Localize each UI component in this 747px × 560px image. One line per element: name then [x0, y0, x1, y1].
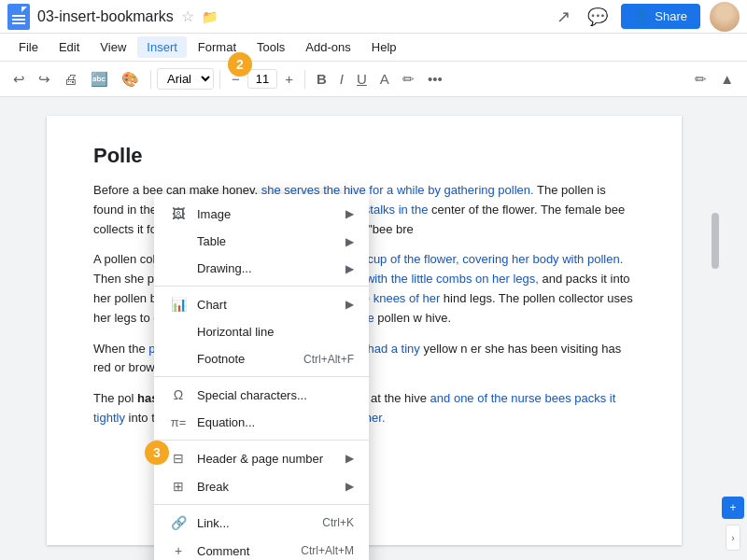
italic-button[interactable]: I — [334, 67, 349, 91]
menu-item-image-label: Image — [197, 207, 345, 221]
menu-item-header[interactable]: ⊟ Header & page number ▶ — [154, 444, 369, 472]
header-icon: ⊟ — [169, 451, 188, 466]
toolbar-separator-1 — [150, 70, 151, 89]
equation-icon: π= — [169, 415, 188, 429]
menu-item-drawing-label: Drawing... — [197, 261, 345, 275]
image-icon: 🖼 — [169, 206, 188, 221]
comment-icon: + — [169, 543, 188, 558]
scrollbar-thumb[interactable] — [712, 213, 719, 269]
menu-item-horizontal-line[interactable]: Horizontal line — [154, 318, 369, 345]
title-bar: 03-insert-bookmarks ☆ 📁 ↗ 💬 👤 Share — [0, 0, 747, 34]
menu-item-image[interactable]: 🖼 Image ▶ — [154, 200, 369, 228]
main-area: Polle Before a bee can make honey, she s… — [0, 97, 747, 560]
break-submenu-arrow: ▶ — [345, 480, 354, 493]
right-sidebar: + › — [719, 97, 747, 560]
avatar-inner — [710, 2, 740, 32]
menu-item-horizontal-line-label: Horizontal line — [197, 325, 354, 339]
menu-item-special-characters[interactable]: Ω Special characters... — [154, 381, 369, 409]
menu-item-comment-label: Comment — [197, 544, 301, 558]
left-sidebar — [0, 97, 28, 560]
doc-icon — [7, 4, 30, 30]
folder-icon[interactable]: 📁 — [202, 9, 218, 24]
star-icon[interactable]: ☆ — [181, 7, 194, 25]
collapse-toolbar-button[interactable]: ▲ — [714, 67, 740, 91]
doc-lines — [12, 15, 25, 24]
menu-help[interactable]: Help — [362, 36, 406, 58]
menu-insert[interactable]: Insert — [137, 36, 187, 58]
title-bar-right: ↗ 💬 👤 Share — [553, 2, 740, 32]
menu-item-footnote-label: Footnote — [197, 352, 303, 366]
scrollbar-track — [712, 194, 719, 530]
separator-2 — [154, 376, 369, 377]
print-button[interactable]: 🖨 — [58, 67, 83, 91]
menu-item-header-label: Header & page number — [197, 452, 345, 466]
header-submenu-arrow: ▶ — [345, 452, 354, 465]
collapse-sidebar-button[interactable]: › — [726, 525, 740, 551]
insert-dropdown-menu: 🖼 Image ▶ Table ▶ Drawing... ▶ 📊 Chart ▶… — [154, 194, 369, 560]
break-icon: ⊞ — [169, 479, 188, 494]
menu-item-link-label: Link... — [197, 516, 322, 530]
font-selector[interactable]: Arial — [157, 68, 214, 90]
chat-icon-btn[interactable]: 💬 — [584, 3, 612, 31]
special-chars-icon: Ω — [169, 387, 188, 402]
doc-title: 03-insert-bookmarks — [37, 8, 174, 25]
separator-3 — [154, 440, 369, 441]
chart-submenu-arrow: ▶ — [345, 298, 354, 311]
toolbar-separator-2 — [219, 70, 220, 89]
menu-item-chart[interactable]: 📊 Chart ▶ — [154, 290, 369, 318]
doc-heading: Polle — [93, 144, 635, 168]
chart-icon: 📊 — [169, 297, 188, 312]
menu-item-table-label: Table — [197, 234, 345, 248]
bold-button[interactable]: B — [311, 67, 332, 91]
menu-item-equation[interactable]: π= Equation... — [154, 409, 369, 436]
toolbar-separator-3 — [304, 70, 305, 89]
separator-4 — [154, 504, 369, 505]
menu-item-table[interactable]: Table ▶ — [154, 228, 369, 255]
menu-item-equation-label: Equation... — [197, 415, 354, 429]
menu-edit[interactable]: Edit — [49, 36, 89, 58]
menu-item-special-chars-label: Special characters... — [197, 388, 354, 402]
text-color-button[interactable]: A — [374, 67, 395, 91]
menu-bar: File Edit View Insert Format Tools Add-o… — [0, 34, 747, 62]
separator-1 — [154, 286, 369, 287]
comment-shortcut: Ctrl+Alt+M — [301, 544, 354, 557]
menu-tools[interactable]: Tools — [247, 36, 294, 58]
menu-item-drawing[interactable]: Drawing... ▶ — [154, 255, 369, 282]
share-icon: 👤 — [634, 9, 649, 23]
avatar[interactable] — [710, 2, 740, 32]
menu-item-footnote[interactable]: Footnote Ctrl+Alt+F — [154, 345, 369, 372]
font-size-increase-button[interactable]: + — [279, 67, 299, 91]
link-shortcut: Ctrl+K — [322, 516, 354, 529]
menu-addons[interactable]: Add-ons — [296, 36, 359, 58]
step-badge-3: 3 — [145, 441, 169, 465]
menu-file[interactable]: File — [9, 36, 48, 58]
step-badge-2: 2 — [228, 52, 252, 77]
share-button[interactable]: 👤 Share — [621, 4, 700, 29]
font-size-display: 11 — [247, 69, 277, 89]
menu-item-chart-label: Chart — [197, 298, 345, 312]
link-icon: 🔗 — [169, 515, 188, 530]
paint-format-button[interactable]: 🎨 — [116, 67, 145, 91]
title-bar-left: 03-insert-bookmarks ☆ 📁 — [7, 4, 553, 30]
drawing-submenu-arrow: ▶ — [345, 262, 354, 275]
menu-item-break-label: Break — [197, 480, 345, 494]
undo-button[interactable]: ↩ — [7, 67, 31, 91]
more-button[interactable]: ••• — [422, 67, 448, 91]
redo-button[interactable]: ↪ — [33, 67, 56, 91]
spell-check-button[interactable]: 🔤 — [85, 67, 114, 91]
footnote-shortcut: Ctrl+Alt+F — [303, 353, 354, 366]
menu-item-comment[interactable]: + Comment Ctrl+Alt+M — [154, 537, 369, 560]
edit-mode-button[interactable]: ✏ — [689, 67, 712, 91]
add-button[interactable]: + — [722, 497, 744, 519]
trend-icon-btn[interactable]: ↗ — [553, 3, 574, 31]
highlight-button[interactable]: ✏ — [397, 67, 420, 91]
menu-view[interactable]: View — [91, 36, 135, 58]
underline-button[interactable]: U — [351, 67, 373, 91]
share-label: Share — [655, 9, 687, 23]
menu-item-link[interactable]: 🔗 Link... Ctrl+K — [154, 509, 369, 537]
menu-item-break[interactable]: ⊞ Break ▶ — [154, 472, 369, 500]
table-submenu-arrow: ▶ — [345, 235, 354, 248]
document-area: Polle Before a bee can make honey, she s… — [28, 97, 719, 560]
toolbar: ↩ ↪ 🖨 🔤 🎨 Arial − 11 + B I U A ✏ ••• ✏ ▲ — [0, 62, 747, 97]
image-submenu-arrow: ▶ — [345, 207, 354, 220]
